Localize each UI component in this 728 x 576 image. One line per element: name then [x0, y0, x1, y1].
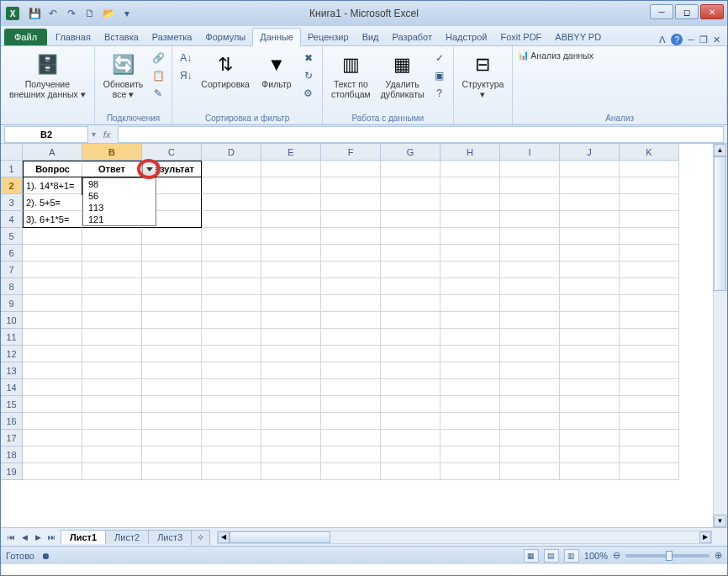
cell[interactable]	[202, 430, 261, 447]
cell[interactable]: 2). 5+5=	[23, 194, 82, 211]
sheet-tab[interactable]: Лист2	[105, 530, 149, 544]
sort-button[interactable]: ⇅ Сортировка	[198, 50, 253, 92]
zoom-in-button[interactable]: ⊕	[715, 550, 722, 561]
sheet-next-icon[interactable]: ▶	[31, 531, 45, 544]
cell[interactable]	[381, 278, 440, 295]
cell[interactable]	[142, 278, 202, 295]
cell[interactable]	[23, 379, 82, 396]
cell[interactable]	[321, 194, 381, 211]
advanced-filter-icon[interactable]: ⚙	[300, 85, 317, 102]
cell[interactable]	[321, 346, 381, 362]
cell[interactable]	[500, 228, 560, 245]
sheet-tab[interactable]: Лист3	[148, 530, 192, 544]
vertical-scrollbar[interactable]: ▲ ▼	[713, 144, 727, 527]
cell[interactable]	[440, 379, 500, 396]
row-header[interactable]: 15	[1, 396, 23, 413]
tab-developer[interactable]: Разработ	[386, 29, 439, 45]
cell[interactable]	[261, 161, 321, 177]
cell[interactable]	[23, 430, 82, 447]
row-header[interactable]: 18	[1, 447, 23, 463]
tab-home[interactable]: Главная	[49, 29, 98, 45]
cell[interactable]: 1). 14*8+1=	[23, 177, 82, 194]
cell[interactable]	[620, 177, 679, 194]
cell[interactable]	[23, 245, 82, 262]
cell[interactable]	[202, 161, 261, 177]
cell[interactable]	[23, 413, 82, 430]
cell[interactable]	[500, 278, 560, 295]
cell[interactable]	[440, 262, 500, 278]
cell[interactable]	[620, 228, 679, 245]
cell[interactable]	[440, 362, 500, 379]
column-header[interactable]: J	[560, 144, 620, 161]
macro-record-icon[interactable]: ⏺	[41, 551, 50, 561]
cell[interactable]	[321, 161, 381, 177]
cell[interactable]	[500, 396, 560, 413]
validation-icon[interactable]: ✓	[431, 50, 448, 66]
cell[interactable]	[202, 278, 261, 295]
scroll-down-icon[interactable]: ▼	[714, 515, 726, 527]
cell[interactable]	[261, 177, 321, 194]
row-header[interactable]: 9	[1, 295, 23, 312]
cell[interactable]	[82, 295, 142, 312]
column-header[interactable]: C	[142, 144, 202, 161]
page-layout-view-icon[interactable]: ▤	[544, 549, 559, 563]
cell[interactable]	[82, 262, 142, 278]
cell[interactable]	[142, 413, 202, 430]
cell[interactable]	[560, 262, 620, 278]
dropdown-option[interactable]: 113	[83, 202, 156, 214]
cell[interactable]	[82, 447, 142, 463]
cell[interactable]	[82, 245, 142, 262]
cell[interactable]	[142, 447, 202, 463]
cell[interactable]	[381, 262, 440, 278]
reapply-icon[interactable]: ↻	[300, 67, 317, 84]
cell[interactable]	[440, 228, 500, 245]
cell[interactable]	[560, 295, 620, 312]
properties-icon[interactable]: 📋	[150, 67, 166, 84]
cell[interactable]	[23, 463, 82, 480]
cell[interactable]	[82, 329, 142, 346]
cell[interactable]	[142, 362, 202, 379]
row-header[interactable]: 8	[1, 278, 23, 295]
zoom-level[interactable]: 100%	[584, 551, 608, 561]
cell[interactable]	[500, 194, 560, 211]
cell[interactable]	[381, 413, 440, 430]
scroll-left-icon[interactable]: ◀	[218, 531, 229, 543]
cell[interactable]	[381, 329, 440, 346]
cell[interactable]	[261, 312, 321, 329]
cell[interactable]	[142, 346, 202, 362]
cell[interactable]	[440, 396, 500, 413]
cell[interactable]	[321, 211, 381, 228]
cell[interactable]	[440, 463, 500, 480]
cell[interactable]	[560, 228, 620, 245]
cell[interactable]	[620, 413, 679, 430]
cell[interactable]	[500, 161, 560, 177]
cell[interactable]	[500, 312, 560, 329]
cell[interactable]	[321, 447, 381, 463]
cell[interactable]	[202, 379, 261, 396]
sort-desc-icon[interactable]: Я↓	[177, 67, 194, 84]
cell[interactable]	[82, 362, 142, 379]
cell[interactable]	[440, 430, 500, 447]
cell[interactable]	[261, 379, 321, 396]
column-header[interactable]: D	[202, 144, 261, 161]
cell[interactable]	[23, 396, 82, 413]
select-all-corner[interactable]	[1, 144, 23, 161]
cell[interactable]	[202, 346, 261, 362]
sheet-last-icon[interactable]: ⏭	[45, 531, 58, 544]
row-header[interactable]: 2	[1, 177, 23, 194]
cell[interactable]	[620, 245, 679, 262]
cell[interactable]	[142, 463, 202, 480]
cell[interactable]	[321, 295, 381, 312]
row-header[interactable]: 3	[1, 194, 23, 211]
connections-icon[interactable]: 🔗	[150, 50, 166, 66]
cell[interactable]	[202, 228, 261, 245]
cell[interactable]	[440, 245, 500, 262]
cell[interactable]	[142, 295, 202, 312]
cell[interactable]	[23, 447, 82, 463]
cell[interactable]	[560, 362, 620, 379]
cell[interactable]	[261, 329, 321, 346]
row-header[interactable]: 4	[1, 211, 23, 228]
close-button[interactable]: ✕	[700, 4, 724, 19]
cell[interactable]: 3). 6+1*5=	[23, 211, 82, 228]
cell[interactable]	[261, 362, 321, 379]
